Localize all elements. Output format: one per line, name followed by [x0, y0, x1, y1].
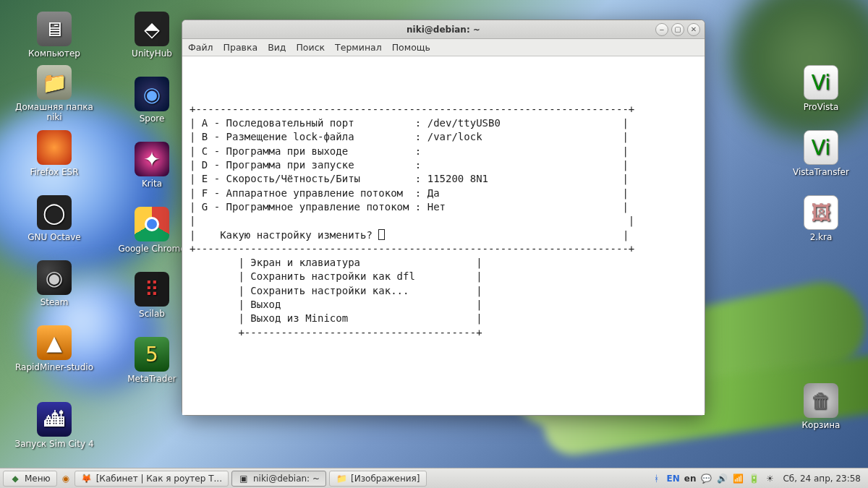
menu-файл[interactable]: Файл [188, 42, 213, 53]
desktop-icon-label: Scilab [139, 309, 165, 319]
desktop-icon-spore[interactable]: ◉Spore [112, 77, 192, 124]
trash-icon: 🗑 [804, 383, 838, 418]
terminal-cursor [378, 229, 385, 240]
desktop-icon-label: Компьютер [28, 48, 80, 59]
taskbar-item[interactable]: ▣niki@debian: ~ [231, 471, 326, 487]
brightness-tray-icon[interactable]: ☀ [764, 473, 775, 484]
desktop-icon-provista[interactable]: ViProVista [781, 65, 861, 112]
desktop-icon-krita[interactable]: ✦Krita [112, 142, 192, 189]
desktop-icon-vistatransfer[interactable]: ViVistaTransfer [781, 130, 861, 177]
meta-icon: 5 [135, 337, 169, 372]
clock[interactable]: Сб, 24 апр, 23:58 [780, 474, 861, 484]
desktop-icon-scilab[interactable]: ⠿Scilab [112, 272, 192, 319]
desktop-icon-label: Запуск Sim City 4 [14, 439, 93, 449]
taskbar-item-icon: 🦊 [81, 473, 93, 484]
system-tray: ᚼ EN en 💬 🔊 📶 🔋 ☀ Сб, 24 апр, 23:58 [651, 473, 865, 484]
desktop-icon-label: Firefox ESR [30, 167, 78, 177]
minimize-button[interactable]: ‒ [655, 23, 668, 36]
steam-icon: ◉ [37, 260, 72, 295]
desktop-icon-label: Krita [142, 179, 162, 189]
taskbar-item[interactable]: 🦊[Кабинет | Как я роутер Т... [75, 471, 229, 487]
desktop-icon-2.kra[interactable]: 🖼2.kra [781, 195, 861, 242]
menubar: ФайлПравкаВидПоискТерминалПомощь [182, 39, 705, 56]
desktop-icon-label: MetaTrader [127, 374, 176, 384]
desktop-icon-label: ProVista [804, 102, 839, 112]
desktop-icon-steam[interactable]: ◉Steam [14, 260, 94, 307]
taskbar: ◆ Меню ◉ 🦊[Кабинет | Как я роутер Т...▣n… [0, 468, 868, 488]
menu-вид[interactable]: Вид [268, 42, 286, 53]
desktop-icon-домашняя-папка-niki[interactable]: 📁Домашняя папка niki [14, 65, 94, 122]
volume-tray-icon[interactable]: 🔊 [716, 473, 728, 484]
desktop-icon-компьютер[interactable]: 🖥Компьютер [14, 12, 94, 59]
desktop-icon-label: RapidMiner-studio [15, 362, 93, 372]
unity-icon: ⬘ [135, 12, 169, 46]
desktop-icon-label: Google Chrome [118, 244, 185, 254]
desktop-icon-label: 2.kra [810, 232, 833, 242]
desktop-icon-label: VistaTransfer [793, 167, 849, 177]
desktop-icon-label: Домашняя папка niki [14, 102, 94, 122]
desktop-icon-label: Корзина [802, 420, 841, 430]
folder-icon: 📁 [37, 65, 72, 100]
chat-tray-icon[interactable]: 💬 [700, 473, 712, 484]
octave-icon: ◯ [37, 195, 72, 230]
desktop-icon-firefox-esr[interactable]: Firefox ESR [14, 130, 94, 177]
start-menu-label: Меню [25, 474, 51, 484]
taskbar-item-label: niki@debian: ~ [253, 474, 320, 484]
desktop-icon-rapidminer-studio[interactable]: ▲RapidMiner-studio [14, 325, 94, 372]
keyboard-layout-secondary[interactable]: en [684, 474, 697, 484]
taskbar-item-label: [Изображения] [351, 474, 420, 484]
taskbar-item[interactable]: 📁[Изображения] [329, 471, 427, 487]
rapid-icon: ▲ [37, 325, 72, 360]
menu-правка[interactable]: Правка [224, 42, 258, 53]
desktop-icon-gnu-octave[interactable]: ◯GNU Octave [14, 195, 94, 242]
desktop-icon-запуск-sim-city-4[interactable]: 🏙Запуск Sim City 4 [14, 402, 94, 449]
terminal-window: niki@debian: ~ ‒ ▢ ✕ ФайлПравкаВидПоискТ… [182, 20, 705, 416]
desktop-icon-label: GNU Octave [27, 232, 80, 242]
desktop-icon-label: Spore [140, 114, 165, 124]
bluetooth-icon[interactable]: ᚼ [651, 473, 663, 484]
chrome-icon [135, 207, 169, 241]
desktop-icon-metatrader[interactable]: 5MetaTrader [112, 337, 192, 384]
battery-tray-icon[interactable]: 🔋 [748, 473, 760, 484]
close-button[interactable]: ✕ [687, 23, 700, 36]
taskbar-item-icon: 📁 [336, 473, 347, 484]
desktop-icon-unityhub[interactable]: ⬘UnityHub [112, 12, 192, 59]
firefox-icon [37, 130, 72, 165]
terminal-body[interactable]: +---------------------------------------… [182, 56, 705, 415]
network-tray-icon[interactable]: 📶 [732, 473, 744, 484]
maximize-button[interactable]: ▢ [671, 23, 684, 36]
taskbar-item-label: [Кабинет | Как я роутер Т... [96, 474, 222, 484]
scilab-icon: ⠿ [135, 272, 169, 307]
start-menu-button[interactable]: ◆ Меню [3, 471, 57, 487]
vistat-icon: Vi [804, 130, 838, 165]
provista-icon: Vi [804, 65, 838, 100]
spore-icon: ◉ [135, 77, 169, 111]
keyboard-layout-primary[interactable]: EN [667, 474, 680, 484]
menu-поиск[interactable]: Поиск [296, 42, 325, 53]
simcity-icon: 🏙 [37, 402, 72, 437]
desktop-icon-корзина[interactable]: 🗑Корзина [781, 383, 861, 430]
show-desktop-icon[interactable]: ◉ [60, 473, 72, 484]
desktop-icon-label: UnityHub [132, 48, 172, 59]
krita-icon: ✦ [135, 142, 169, 176]
menu-терминал[interactable]: Терминал [335, 42, 382, 53]
kra-icon: 🖼 [804, 195, 838, 230]
window-titlebar[interactable]: niki@debian: ~ ‒ ▢ ✕ [182, 20, 705, 39]
desktop-icon-label: Steam [41, 297, 69, 307]
window-title: niki@debian: ~ [182, 25, 705, 35]
menu-icon: ◆ [9, 473, 21, 484]
taskbar-item-icon: ▣ [238, 473, 250, 484]
desktop-icon-google-chrome[interactable]: Google Chrome [112, 207, 192, 254]
monitor-icon: 🖥 [37, 12, 72, 46]
menu-помощь[interactable]: Помощь [392, 42, 430, 53]
